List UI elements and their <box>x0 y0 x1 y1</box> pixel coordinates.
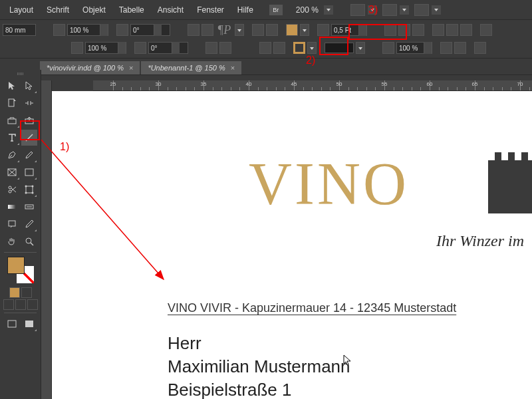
tab-vinovivir[interactable]: *vinovivir.indd @ 100 % × <box>40 61 140 74</box>
tab-label: *Unbenannt-1 @ 150 % <box>148 64 225 72</box>
textwrap-2-icon[interactable] <box>446 24 458 36</box>
effects-icon-2[interactable] <box>398 24 410 36</box>
textwrap-5-icon[interactable] <box>454 42 466 54</box>
textwrap-3-icon[interactable] <box>460 24 472 36</box>
note-tool[interactable] <box>4 216 20 232</box>
direct-selection-tool[interactable] <box>21 78 37 94</box>
rotate-icon[interactable] <box>116 24 128 36</box>
stroke-style-dd[interactable] <box>356 42 365 54</box>
flip-icon-b[interactable] <box>219 42 231 54</box>
stroke-weight-icon[interactable] <box>317 24 329 36</box>
vertical-ruler[interactable] <box>41 80 52 399</box>
para-style-dd[interactable] <box>235 24 244 36</box>
align-icon-2[interactable] <box>266 24 278 36</box>
gradient-swatch-tool[interactable] <box>4 199 20 215</box>
close-tab-icon[interactable]: × <box>129 64 133 72</box>
menu-objekt[interactable]: Objekt <box>76 3 112 17</box>
width-field[interactable] <box>3 24 36 36</box>
stroke-color-dd[interactable] <box>307 42 317 54</box>
textwrap-1-icon[interactable] <box>432 24 444 36</box>
align-icon-3[interactable] <box>259 42 271 54</box>
effects-icon-1[interactable] <box>384 24 396 36</box>
menu-fenster[interactable]: Fenster <box>190 3 231 17</box>
arrange-docs-dd[interactable] <box>432 5 441 15</box>
apply-color-icon[interactable] <box>3 299 14 310</box>
gap-tool[interactable] <box>21 95 37 111</box>
type-tool[interactable] <box>4 130 20 146</box>
screen-mode-2[interactable] <box>382 4 397 16</box>
paragraph-style-icon[interactable]: ¶P <box>215 23 233 37</box>
toolbox-grip[interactable] <box>0 72 41 76</box>
flip-h-icon[interactable] <box>53 24 65 36</box>
stroke-style-swatch[interactable] <box>325 43 354 53</box>
shear-field[interactable] <box>148 42 188 54</box>
fit-frame-icon[interactable] <box>480 24 492 36</box>
content-placer-tool[interactable] <box>21 112 37 128</box>
stroke-weight-field[interactable] <box>331 24 367 36</box>
tab-unbenannt[interactable]: *Unbenannt-1 @ 150 % × <box>141 61 241 74</box>
svg-rect-0 <box>9 99 14 106</box>
pen-tool[interactable] <box>4 147 20 163</box>
rotate-field[interactable] <box>130 24 170 36</box>
line-tool[interactable] <box>21 130 37 146</box>
menu-ansicht[interactable]: Ansicht <box>151 3 190 17</box>
shear-icon[interactable] <box>134 42 146 54</box>
screen-mode-1[interactable] <box>350 4 365 16</box>
svg-point-13 <box>25 192 27 194</box>
fill-swatch[interactable] <box>286 24 298 36</box>
svg-point-11 <box>25 186 27 188</box>
opacity-icon[interactable] <box>382 42 394 54</box>
view-mode-normal[interactable] <box>4 316 20 332</box>
menu-tabelle[interactable]: Tabelle <box>112 3 151 17</box>
scale-x-field[interactable] <box>67 24 108 36</box>
rotate-cw-icon[interactable] <box>201 24 213 36</box>
menu-bar: Layout Schrift Objekt Tabelle Ansicht Fe… <box>0 0 532 20</box>
flip-icon-a[interactable] <box>205 42 217 54</box>
fx-icon[interactable] <box>412 24 424 36</box>
text-format-icon[interactable] <box>21 287 32 298</box>
annotation-label-1: 1) <box>60 141 69 153</box>
scale-y-field[interactable] <box>85 42 126 54</box>
fit-content-icon[interactable] <box>474 42 486 54</box>
align-icon-1[interactable] <box>252 24 264 36</box>
zoom-level[interactable]: 200 % <box>296 5 319 15</box>
flip-v-icon[interactable] <box>71 42 83 54</box>
align-icon-4[interactable] <box>273 42 285 54</box>
horizontal-ruler[interactable]: 2530354045505560657075 <box>93 80 532 91</box>
apply-gradient-icon[interactable] <box>15 299 26 310</box>
pencil-tool[interactable] <box>21 147 37 163</box>
scissors-tool[interactable] <box>4 182 20 198</box>
view-mode-preview[interactable] <box>21 316 37 332</box>
eyedropper-tool[interactable] <box>21 216 37 232</box>
fill-stroke-swatch[interactable] <box>7 257 34 283</box>
page-tool[interactable] <box>4 95 20 111</box>
rotate-ccw-icon[interactable] <box>188 24 200 36</box>
close-tab-icon[interactable]: × <box>231 64 235 72</box>
rectangle-tool[interactable] <box>21 164 37 180</box>
bridge-icon[interactable]: Br <box>269 5 283 15</box>
menu-hilfe[interactable]: Hilfe <box>231 3 260 17</box>
textwrap-4-icon[interactable] <box>440 42 452 54</box>
svg-point-8 <box>9 186 11 189</box>
apply-none-icon[interactable] <box>27 299 38 310</box>
container-format-icon[interactable] <box>9 287 20 298</box>
stroke-swatch-btn[interactable] <box>293 42 305 54</box>
toolbox <box>0 70 41 399</box>
selection-tool[interactable] <box>4 78 20 94</box>
rectangle-frame-tool[interactable] <box>4 164 20 180</box>
arrange-docs[interactable] <box>414 4 429 16</box>
svg-rect-15 <box>8 205 16 209</box>
gradient-feather-tool[interactable] <box>21 199 37 215</box>
screen-mode-2-dd[interactable] <box>400 5 409 15</box>
free-transform-tool[interactable] <box>21 182 37 198</box>
zoom-tool[interactable] <box>21 233 37 249</box>
opacity-field[interactable] <box>396 42 432 54</box>
addr-line: Maximilian Mustermann <box>168 355 350 378</box>
fill-dd[interactable] <box>300 24 309 36</box>
hand-tool[interactable] <box>4 233 20 249</box>
content-collector-tool[interactable] <box>4 112 20 128</box>
menu-layout[interactable]: Layout <box>3 3 40 17</box>
canvas[interactable]: VINO Ihr Winzer im VINO VIVIR - Kapuzine… <box>52 91 532 399</box>
menu-schrift[interactable]: Schrift <box>40 3 76 17</box>
zoom-dropdown[interactable] <box>324 5 333 15</box>
